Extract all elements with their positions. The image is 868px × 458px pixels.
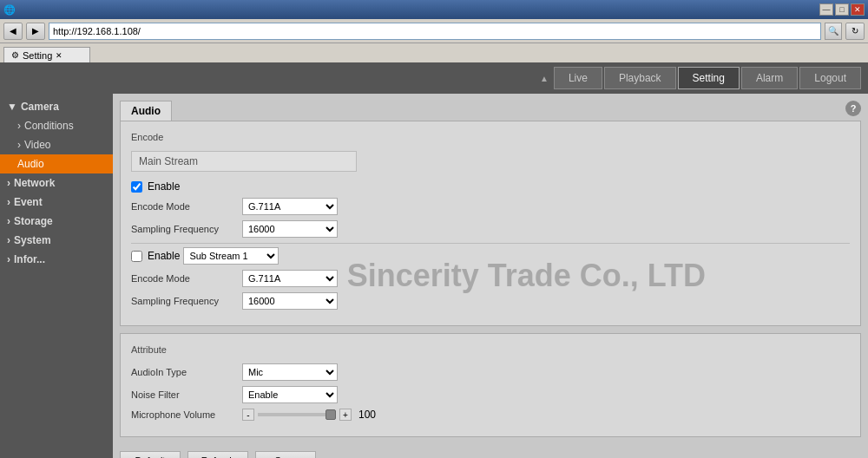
encode-section-title: Encode <box>131 132 850 142</box>
sub-encode-mode-label: Encode Mode <box>131 273 235 284</box>
maximize-button[interactable]: □ <box>835 3 849 16</box>
main-encode-mode-select[interactable]: G.711A <box>242 198 338 215</box>
audio-in-type-row: AudioIn Type Mic <box>131 363 850 381</box>
sampling-freq-label: Sampling Frequency <box>131 224 235 234</box>
sidebar: ▼ Camera › Conditions › Video Audio › Ne… <box>0 94 113 458</box>
mic-volume-row: Microphone Volume - + 100 <box>131 409 850 421</box>
playback-button[interactable]: Playback <box>604 67 676 89</box>
scroll-up-indicator: ▲ <box>540 74 549 83</box>
browser-tab-setting[interactable]: ⚙ Setting ✕ <box>3 47 90 62</box>
audio-in-type-label: AudioIn Type <box>131 367 235 377</box>
sidebar-audio-label: Audio <box>17 158 44 170</box>
forward-button[interactable]: ▶ <box>26 23 45 40</box>
sidebar-item-audio[interactable]: Audio <box>0 154 113 173</box>
sub-enable-checkbox[interactable] <box>131 251 142 262</box>
slider-minus-button[interactable]: - <box>242 409 254 421</box>
refresh-btn[interactable]: Refresh <box>187 451 248 458</box>
attribute-panel: Attribute AudioIn Type Mic Noise Filter … <box>120 333 861 437</box>
network-chevron-icon: › <box>7 177 10 189</box>
address-bar[interactable]: http://192.168.1.108/ <box>49 23 821 40</box>
main-sampling-row: Sampling Frequency 16000 <box>131 220 850 238</box>
browser-toolbar: ◀ ▶ http://192.168.1.108/ 🔍 ↻ <box>0 19 868 43</box>
slider-plus-button[interactable]: + <box>339 409 352 421</box>
refresh-button[interactable]: ↻ <box>845 23 865 40</box>
sub-encode-mode-row: Encode Mode G.711A <box>131 270 850 287</box>
info-chevron-icon: › <box>7 253 10 265</box>
sub-sampling-freq-label: Sampling Frequency <box>131 296 235 306</box>
bottom-buttons: Default Refresh Save <box>120 444 861 458</box>
title-bar-controls: — □ ✕ <box>819 3 865 16</box>
system-chevron-icon: › <box>7 234 10 246</box>
minimize-button[interactable]: — <box>819 3 833 16</box>
encode-panel: Encode Main Stream Enable Encode Mode G.… <box>120 121 861 326</box>
main-enable-label: Enable <box>148 180 180 193</box>
title-bar: 🌐 — □ ✕ <box>0 0 868 19</box>
mic-volume-label: Microphone Volume <box>131 409 235 420</box>
url-text: http://192.168.1.108/ <box>53 26 141 36</box>
event-chevron-icon: › <box>7 196 10 208</box>
tab-bar: ⚙ Setting ✕ <box>0 43 868 62</box>
tab-icon: ⚙ <box>11 50 19 60</box>
main-encode-mode-row: Encode Mode G.711A <box>131 198 850 215</box>
sidebar-storage-section[interactable]: › Storage <box>0 212 113 231</box>
attribute-section-title: Attribute <box>131 344 850 355</box>
encode-mode-label: Encode Mode <box>131 201 235 212</box>
default-button[interactable]: Default <box>120 451 181 458</box>
mic-volume-value: 100 <box>358 409 376 421</box>
noise-filter-select[interactable]: Enable <box>242 386 338 403</box>
live-button[interactable]: Live <box>554 67 602 89</box>
tab-label: Setting <box>23 50 52 61</box>
title-bar-left: 🌐 <box>3 4 16 16</box>
audio-tab[interactable]: Audio <box>120 101 172 121</box>
sub-stream-select[interactable]: Sub Stream 1 <box>183 247 279 265</box>
tab-close-button[interactable]: ✕ <box>56 51 62 60</box>
save-button[interactable]: Save <box>255 451 316 458</box>
slider-thumb[interactable] <box>326 409 336 420</box>
alarm-button[interactable]: Alarm <box>741 67 798 89</box>
sub-sampling-select[interactable]: 16000 <box>242 292 338 310</box>
setting-button[interactable]: Setting <box>678 67 740 89</box>
sidebar-event-section[interactable]: › Event <box>0 193 113 212</box>
sidebar-video-label: Video <box>24 139 50 151</box>
content-area: ▼ Camera › Conditions › Video Audio › Ne… <box>0 94 868 458</box>
main-sampling-select[interactable]: 16000 <box>242 220 338 238</box>
conditions-chevron-icon: › <box>17 120 21 132</box>
help-icon[interactable]: ? <box>845 101 861 116</box>
top-nav: ▲ Live Playback Setting Alarm Logout <box>0 62 868 94</box>
back-button[interactable]: ◀ <box>3 23 23 40</box>
sidebar-event-label: Event <box>14 196 43 208</box>
sidebar-camera-section[interactable]: ▼ Camera <box>0 97 113 116</box>
noise-filter-label: Noise Filter <box>131 389 235 400</box>
main-content: Sincerity Trade Co., LTD ? Audio Encode … <box>113 94 868 458</box>
video-chevron-icon: › <box>17 139 21 151</box>
audio-in-type-select[interactable]: Mic <box>242 363 338 381</box>
sidebar-storage-label: Storage <box>14 215 53 227</box>
sidebar-info-label: Infor... <box>14 253 45 265</box>
sub-enable-row: Enable Sub Stream 1 <box>131 247 850 265</box>
close-button[interactable]: ✕ <box>851 3 865 16</box>
main-stream-label: Main Stream <box>131 151 357 172</box>
sub-sampling-row: Sampling Frequency 16000 <box>131 292 850 310</box>
sidebar-network-label: Network <box>14 177 55 189</box>
mic-volume-slider[interactable]: - + 100 <box>242 409 376 421</box>
slider-track[interactable] <box>258 413 336 416</box>
sub-encode-mode-select[interactable]: G.711A <box>242 270 338 287</box>
storage-chevron-icon: › <box>7 215 10 227</box>
main-enable-checkbox[interactable] <box>131 181 142 193</box>
sidebar-camera-label: Camera <box>21 101 59 113</box>
camera-chevron-icon: ▼ <box>7 101 17 113</box>
sidebar-system-section[interactable]: › System <box>0 231 113 250</box>
stream-separator <box>131 243 850 244</box>
search-button[interactable]: 🔍 <box>825 23 842 40</box>
app-area: ▲ Live Playback Setting Alarm Logout ▼ C… <box>0 62 868 458</box>
sidebar-system-label: System <box>14 234 51 246</box>
sidebar-item-conditions[interactable]: › Conditions <box>0 116 113 135</box>
app-icon: 🌐 <box>3 4 16 16</box>
logout-button[interactable]: Logout <box>799 67 861 89</box>
sidebar-info-section[interactable]: › Infor... <box>0 250 113 269</box>
sub-enable-label: Enable <box>148 250 180 262</box>
noise-filter-row: Noise Filter Enable <box>131 386 850 403</box>
sidebar-network-section[interactable]: › Network <box>0 173 113 193</box>
sidebar-conditions-label: Conditions <box>24 120 74 132</box>
sidebar-item-video[interactable]: › Video <box>0 135 113 154</box>
